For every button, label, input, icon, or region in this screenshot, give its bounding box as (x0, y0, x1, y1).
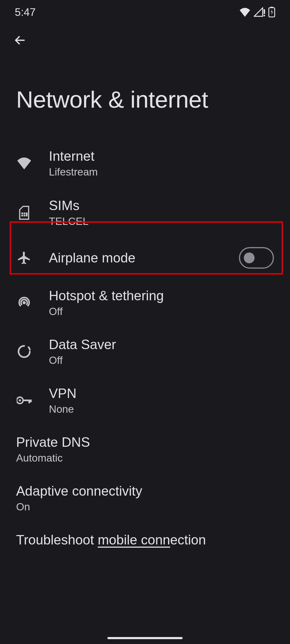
nav-indicator (107, 637, 183, 639)
setting-adaptive[interactable]: Adaptive connectivity On (16, 474, 274, 522)
signal-warning-icon (254, 7, 265, 17)
page-title-section: Network & internet (0, 56, 290, 139)
sim-icon (16, 204, 32, 221)
setting-adaptive-subtitle: On (16, 501, 274, 513)
setting-troubleshoot[interactable]: Troubleshoot mobile connection (16, 522, 274, 548)
setting-private-dns-subtitle: Automatic (16, 452, 274, 464)
setting-airplane-text: Airplane mode (49, 250, 239, 266)
airplane-toggle-knob (244, 253, 255, 263)
setting-airplane[interactable]: Airplane mode (16, 237, 274, 278)
status-time: 5:47 (15, 6, 36, 18)
vpn-key-icon (16, 392, 32, 408)
svg-rect-6 (21, 215, 23, 216)
setting-vpn-text: VPN None (49, 386, 274, 415)
status-bar: 5:47 (0, 0, 290, 24)
app-bar (0, 24, 290, 56)
setting-datasaver-subtitle: Off (49, 354, 274, 366)
status-icons (239, 7, 275, 17)
setting-datasaver-title: Data Saver (49, 337, 274, 352)
hotspot-icon (16, 295, 32, 311)
setting-sims-subtitle: TELCEL (49, 215, 274, 227)
setting-datasaver[interactable]: Data Saver Off (16, 327, 274, 376)
setting-internet[interactable]: Internet Lifestream (16, 139, 274, 188)
airplane-icon (16, 250, 32, 266)
wifi-icon (239, 7, 251, 17)
setting-hotspot-title: Hotspot & tethering (49, 288, 274, 303)
airplane-toggle[interactable] (239, 247, 274, 269)
svg-rect-1 (264, 15, 265, 16)
setting-adaptive-title: Adaptive connectivity (16, 483, 274, 499)
svg-point-9 (23, 301, 26, 304)
svg-rect-8 (26, 213, 27, 217)
setting-internet-text: Internet Lifestream (49, 148, 274, 178)
setting-private-dns[interactable]: Private DNS Automatic (16, 425, 274, 474)
setting-troubleshoot-title: Troubleshoot mobile connection (16, 532, 274, 548)
setting-airplane-title: Airplane mode (49, 250, 239, 266)
arrow-back-icon (13, 34, 27, 47)
svg-rect-14 (30, 400, 32, 402)
svg-rect-7 (24, 215, 25, 216)
setting-hotspot-text: Hotspot & tethering Off (49, 288, 274, 317)
battery-charging-icon (268, 7, 275, 17)
settings-list: Internet Lifestream SIMs TELCEL (0, 139, 290, 548)
setting-internet-title: Internet (49, 148, 274, 164)
svg-rect-13 (28, 400, 30, 403)
setting-sims-title: SIMs (49, 198, 274, 213)
setting-datasaver-text: Data Saver Off (49, 337, 274, 366)
wifi-icon (16, 155, 32, 171)
svg-rect-5 (24, 213, 25, 214)
setting-private-dns-title: Private DNS (16, 434, 274, 450)
troubleshoot-suffix: ection (170, 532, 206, 547)
troubleshoot-prefix: Troubleshoot (16, 532, 98, 547)
svg-rect-0 (264, 9, 265, 14)
setting-internet-subtitle: Lifestream (49, 166, 274, 178)
svg-point-11 (19, 399, 21, 401)
setting-hotspot-subtitle: Off (49, 306, 274, 317)
setting-vpn[interactable]: VPN None (16, 376, 274, 425)
setting-sims[interactable]: SIMs TELCEL (16, 188, 274, 237)
page-title: Network & internet (16, 86, 274, 113)
setting-sims-text: SIMs TELCEL (49, 198, 274, 227)
setting-hotspot[interactable]: Hotspot & tethering Off (16, 278, 274, 327)
svg-rect-2 (269, 8, 275, 17)
setting-vpn-title: VPN (49, 386, 274, 401)
svg-rect-4 (21, 213, 23, 214)
datasaver-icon (16, 343, 32, 360)
setting-vpn-subtitle: None (49, 403, 274, 415)
svg-rect-3 (270, 7, 273, 8)
back-button[interactable] (13, 34, 27, 47)
troubleshoot-underlined: mobile conn (98, 532, 170, 547)
